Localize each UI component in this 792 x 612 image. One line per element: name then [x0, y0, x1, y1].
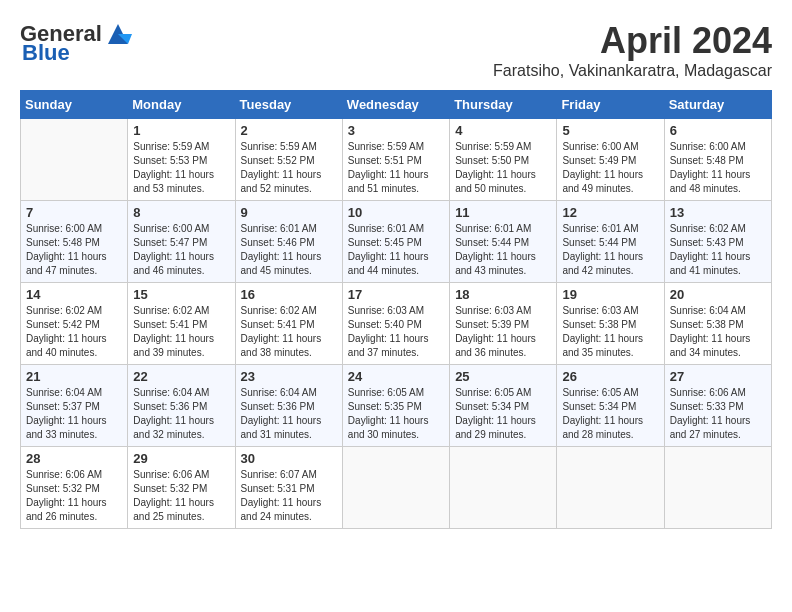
calendar-cell: 17Sunrise: 6:03 AMSunset: 5:40 PMDayligh… — [342, 283, 449, 365]
calendar-cell: 25Sunrise: 6:05 AMSunset: 5:34 PMDayligh… — [450, 365, 557, 447]
column-header-monday: Monday — [128, 91, 235, 119]
logo-blue-text: Blue — [22, 40, 70, 66]
calendar-body: 1Sunrise: 5:59 AMSunset: 5:53 PMDaylight… — [21, 119, 772, 529]
day-info: Sunrise: 6:06 AMSunset: 5:32 PMDaylight:… — [26, 468, 122, 524]
day-info: Sunrise: 6:04 AMSunset: 5:37 PMDaylight:… — [26, 386, 122, 442]
calendar-cell: 24Sunrise: 6:05 AMSunset: 5:35 PMDayligh… — [342, 365, 449, 447]
calendar-cell: 14Sunrise: 6:02 AMSunset: 5:42 PMDayligh… — [21, 283, 128, 365]
calendar-cell: 23Sunrise: 6:04 AMSunset: 5:36 PMDayligh… — [235, 365, 342, 447]
day-number: 14 — [26, 287, 122, 302]
day-number: 23 — [241, 369, 337, 384]
calendar-cell: 18Sunrise: 6:03 AMSunset: 5:39 PMDayligh… — [450, 283, 557, 365]
calendar-cell: 28Sunrise: 6:06 AMSunset: 5:32 PMDayligh… — [21, 447, 128, 529]
calendar-cell: 2Sunrise: 5:59 AMSunset: 5:52 PMDaylight… — [235, 119, 342, 201]
header-row: SundayMondayTuesdayWednesdayThursdayFrid… — [21, 91, 772, 119]
day-info: Sunrise: 6:01 AMSunset: 5:44 PMDaylight:… — [455, 222, 551, 278]
calendar-cell: 15Sunrise: 6:02 AMSunset: 5:41 PMDayligh… — [128, 283, 235, 365]
calendar-subtitle: Faratsiho, Vakinankaratra, Madagascar — [493, 62, 772, 80]
day-number: 4 — [455, 123, 551, 138]
day-number: 9 — [241, 205, 337, 220]
logo-icon — [104, 20, 132, 48]
day-number: 15 — [133, 287, 229, 302]
day-info: Sunrise: 6:03 AMSunset: 5:40 PMDaylight:… — [348, 304, 444, 360]
day-number: 10 — [348, 205, 444, 220]
day-info: Sunrise: 6:00 AMSunset: 5:48 PMDaylight:… — [26, 222, 122, 278]
column-header-friday: Friday — [557, 91, 664, 119]
calendar-cell — [342, 447, 449, 529]
day-number: 18 — [455, 287, 551, 302]
day-number: 12 — [562, 205, 658, 220]
logo: General Blue — [20, 20, 132, 66]
calendar-cell: 22Sunrise: 6:04 AMSunset: 5:36 PMDayligh… — [128, 365, 235, 447]
calendar-cell: 4Sunrise: 5:59 AMSunset: 5:50 PMDaylight… — [450, 119, 557, 201]
day-number: 16 — [241, 287, 337, 302]
day-info: Sunrise: 5:59 AMSunset: 5:50 PMDaylight:… — [455, 140, 551, 196]
calendar-table: SundayMondayTuesdayWednesdayThursdayFrid… — [20, 90, 772, 529]
calendar-cell — [450, 447, 557, 529]
day-info: Sunrise: 5:59 AMSunset: 5:52 PMDaylight:… — [241, 140, 337, 196]
day-number: 21 — [26, 369, 122, 384]
calendar-cell — [557, 447, 664, 529]
calendar-cell: 8Sunrise: 6:00 AMSunset: 5:47 PMDaylight… — [128, 201, 235, 283]
day-number: 20 — [670, 287, 766, 302]
day-number: 2 — [241, 123, 337, 138]
day-info: Sunrise: 6:00 AMSunset: 5:49 PMDaylight:… — [562, 140, 658, 196]
day-info: Sunrise: 5:59 AMSunset: 5:51 PMDaylight:… — [348, 140, 444, 196]
column-header-tuesday: Tuesday — [235, 91, 342, 119]
calendar-week-1: 1Sunrise: 5:59 AMSunset: 5:53 PMDaylight… — [21, 119, 772, 201]
page-header: General Blue April 2024 Faratsiho, Vakin… — [20, 20, 772, 80]
calendar-title: April 2024 — [493, 20, 772, 62]
day-number: 26 — [562, 369, 658, 384]
calendar-week-2: 7Sunrise: 6:00 AMSunset: 5:48 PMDaylight… — [21, 201, 772, 283]
day-info: Sunrise: 6:05 AMSunset: 5:34 PMDaylight:… — [562, 386, 658, 442]
calendar-cell: 20Sunrise: 6:04 AMSunset: 5:38 PMDayligh… — [664, 283, 771, 365]
calendar-week-4: 21Sunrise: 6:04 AMSunset: 5:37 PMDayligh… — [21, 365, 772, 447]
day-info: Sunrise: 6:01 AMSunset: 5:45 PMDaylight:… — [348, 222, 444, 278]
calendar-cell — [21, 119, 128, 201]
day-number: 8 — [133, 205, 229, 220]
day-number: 7 — [26, 205, 122, 220]
day-info: Sunrise: 6:03 AMSunset: 5:39 PMDaylight:… — [455, 304, 551, 360]
day-info: Sunrise: 6:01 AMSunset: 5:46 PMDaylight:… — [241, 222, 337, 278]
calendar-cell — [664, 447, 771, 529]
day-number: 5 — [562, 123, 658, 138]
day-number: 6 — [670, 123, 766, 138]
day-number: 19 — [562, 287, 658, 302]
day-number: 24 — [348, 369, 444, 384]
day-info: Sunrise: 6:02 AMSunset: 5:43 PMDaylight:… — [670, 222, 766, 278]
calendar-cell: 19Sunrise: 6:03 AMSunset: 5:38 PMDayligh… — [557, 283, 664, 365]
day-number: 28 — [26, 451, 122, 466]
column-header-saturday: Saturday — [664, 91, 771, 119]
column-header-sunday: Sunday — [21, 91, 128, 119]
calendar-cell: 7Sunrise: 6:00 AMSunset: 5:48 PMDaylight… — [21, 201, 128, 283]
day-info: Sunrise: 6:06 AMSunset: 5:33 PMDaylight:… — [670, 386, 766, 442]
day-info: Sunrise: 6:04 AMSunset: 5:38 PMDaylight:… — [670, 304, 766, 360]
day-number: 22 — [133, 369, 229, 384]
title-section: April 2024 Faratsiho, Vakinankaratra, Ma… — [493, 20, 772, 80]
day-info: Sunrise: 6:04 AMSunset: 5:36 PMDaylight:… — [133, 386, 229, 442]
calendar-cell: 13Sunrise: 6:02 AMSunset: 5:43 PMDayligh… — [664, 201, 771, 283]
column-header-wednesday: Wednesday — [342, 91, 449, 119]
calendar-cell: 11Sunrise: 6:01 AMSunset: 5:44 PMDayligh… — [450, 201, 557, 283]
calendar-cell: 5Sunrise: 6:00 AMSunset: 5:49 PMDaylight… — [557, 119, 664, 201]
day-number: 27 — [670, 369, 766, 384]
calendar-cell: 16Sunrise: 6:02 AMSunset: 5:41 PMDayligh… — [235, 283, 342, 365]
day-info: Sunrise: 6:03 AMSunset: 5:38 PMDaylight:… — [562, 304, 658, 360]
day-number: 25 — [455, 369, 551, 384]
day-number: 3 — [348, 123, 444, 138]
calendar-cell: 21Sunrise: 6:04 AMSunset: 5:37 PMDayligh… — [21, 365, 128, 447]
calendar-cell: 26Sunrise: 6:05 AMSunset: 5:34 PMDayligh… — [557, 365, 664, 447]
calendar-cell: 9Sunrise: 6:01 AMSunset: 5:46 PMDaylight… — [235, 201, 342, 283]
day-number: 13 — [670, 205, 766, 220]
calendar-cell: 12Sunrise: 6:01 AMSunset: 5:44 PMDayligh… — [557, 201, 664, 283]
calendar-cell: 30Sunrise: 6:07 AMSunset: 5:31 PMDayligh… — [235, 447, 342, 529]
calendar-cell: 10Sunrise: 6:01 AMSunset: 5:45 PMDayligh… — [342, 201, 449, 283]
day-info: Sunrise: 6:04 AMSunset: 5:36 PMDaylight:… — [241, 386, 337, 442]
day-number: 30 — [241, 451, 337, 466]
day-info: Sunrise: 6:06 AMSunset: 5:32 PMDaylight:… — [133, 468, 229, 524]
calendar-cell: 1Sunrise: 5:59 AMSunset: 5:53 PMDaylight… — [128, 119, 235, 201]
column-header-thursday: Thursday — [450, 91, 557, 119]
calendar-week-3: 14Sunrise: 6:02 AMSunset: 5:42 PMDayligh… — [21, 283, 772, 365]
day-info: Sunrise: 6:01 AMSunset: 5:44 PMDaylight:… — [562, 222, 658, 278]
day-number: 1 — [133, 123, 229, 138]
